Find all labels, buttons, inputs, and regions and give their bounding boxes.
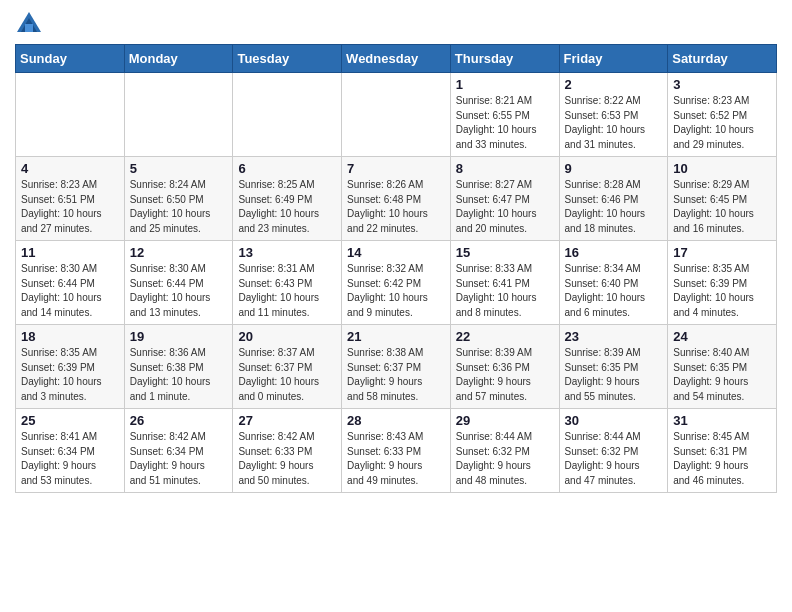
calendar-cell bbox=[342, 73, 451, 157]
day-info: Sunrise: 8:35 AM Sunset: 6:39 PM Dayligh… bbox=[21, 346, 119, 404]
calendar-cell bbox=[233, 73, 342, 157]
day-number: 10 bbox=[673, 161, 771, 176]
day-number: 13 bbox=[238, 245, 336, 260]
day-info: Sunrise: 8:28 AM Sunset: 6:46 PM Dayligh… bbox=[565, 178, 663, 236]
day-info: Sunrise: 8:36 AM Sunset: 6:38 PM Dayligh… bbox=[130, 346, 228, 404]
day-number: 26 bbox=[130, 413, 228, 428]
day-of-week-header: Saturday bbox=[668, 45, 777, 73]
day-info: Sunrise: 8:24 AM Sunset: 6:50 PM Dayligh… bbox=[130, 178, 228, 236]
day-number: 12 bbox=[130, 245, 228, 260]
day-number: 30 bbox=[565, 413, 663, 428]
calendar-cell: 1Sunrise: 8:21 AM Sunset: 6:55 PM Daylig… bbox=[450, 73, 559, 157]
day-info: Sunrise: 8:44 AM Sunset: 6:32 PM Dayligh… bbox=[456, 430, 554, 488]
calendar-cell: 27Sunrise: 8:42 AM Sunset: 6:33 PM Dayli… bbox=[233, 409, 342, 493]
day-info: Sunrise: 8:35 AM Sunset: 6:39 PM Dayligh… bbox=[673, 262, 771, 320]
day-number: 19 bbox=[130, 329, 228, 344]
calendar-cell: 9Sunrise: 8:28 AM Sunset: 6:46 PM Daylig… bbox=[559, 157, 668, 241]
calendar-cell: 10Sunrise: 8:29 AM Sunset: 6:45 PM Dayli… bbox=[668, 157, 777, 241]
calendar-cell: 23Sunrise: 8:39 AM Sunset: 6:35 PM Dayli… bbox=[559, 325, 668, 409]
day-of-week-header: Monday bbox=[124, 45, 233, 73]
day-of-week-header: Friday bbox=[559, 45, 668, 73]
day-number: 5 bbox=[130, 161, 228, 176]
day-info: Sunrise: 8:34 AM Sunset: 6:40 PM Dayligh… bbox=[565, 262, 663, 320]
day-number: 8 bbox=[456, 161, 554, 176]
day-number: 15 bbox=[456, 245, 554, 260]
day-number: 6 bbox=[238, 161, 336, 176]
calendar-cell bbox=[16, 73, 125, 157]
day-info: Sunrise: 8:23 AM Sunset: 6:51 PM Dayligh… bbox=[21, 178, 119, 236]
calendar-cell: 20Sunrise: 8:37 AM Sunset: 6:37 PM Dayli… bbox=[233, 325, 342, 409]
day-info: Sunrise: 8:22 AM Sunset: 6:53 PM Dayligh… bbox=[565, 94, 663, 152]
calendar-week-row: 4Sunrise: 8:23 AM Sunset: 6:51 PM Daylig… bbox=[16, 157, 777, 241]
calendar-cell: 15Sunrise: 8:33 AM Sunset: 6:41 PM Dayli… bbox=[450, 241, 559, 325]
day-number: 21 bbox=[347, 329, 445, 344]
day-info: Sunrise: 8:43 AM Sunset: 6:33 PM Dayligh… bbox=[347, 430, 445, 488]
day-info: Sunrise: 8:27 AM Sunset: 6:47 PM Dayligh… bbox=[456, 178, 554, 236]
day-number: 17 bbox=[673, 245, 771, 260]
calendar-table: SundayMondayTuesdayWednesdayThursdayFrid… bbox=[15, 44, 777, 493]
day-of-week-header: Tuesday bbox=[233, 45, 342, 73]
day-info: Sunrise: 8:44 AM Sunset: 6:32 PM Dayligh… bbox=[565, 430, 663, 488]
day-info: Sunrise: 8:42 AM Sunset: 6:34 PM Dayligh… bbox=[130, 430, 228, 488]
day-info: Sunrise: 8:42 AM Sunset: 6:33 PM Dayligh… bbox=[238, 430, 336, 488]
calendar-cell: 24Sunrise: 8:40 AM Sunset: 6:35 PM Dayli… bbox=[668, 325, 777, 409]
day-number: 3 bbox=[673, 77, 771, 92]
day-info: Sunrise: 8:30 AM Sunset: 6:44 PM Dayligh… bbox=[130, 262, 228, 320]
calendar-cell: 7Sunrise: 8:26 AM Sunset: 6:48 PM Daylig… bbox=[342, 157, 451, 241]
calendar-week-row: 1Sunrise: 8:21 AM Sunset: 6:55 PM Daylig… bbox=[16, 73, 777, 157]
calendar-week-row: 18Sunrise: 8:35 AM Sunset: 6:39 PM Dayli… bbox=[16, 325, 777, 409]
day-number: 24 bbox=[673, 329, 771, 344]
page: SundayMondayTuesdayWednesdayThursdayFrid… bbox=[0, 0, 792, 503]
calendar-cell: 28Sunrise: 8:43 AM Sunset: 6:33 PM Dayli… bbox=[342, 409, 451, 493]
day-of-week-header: Thursday bbox=[450, 45, 559, 73]
day-info: Sunrise: 8:39 AM Sunset: 6:35 PM Dayligh… bbox=[565, 346, 663, 404]
day-info: Sunrise: 8:40 AM Sunset: 6:35 PM Dayligh… bbox=[673, 346, 771, 404]
day-number: 11 bbox=[21, 245, 119, 260]
day-info: Sunrise: 8:32 AM Sunset: 6:42 PM Dayligh… bbox=[347, 262, 445, 320]
day-number: 18 bbox=[21, 329, 119, 344]
calendar-cell: 3Sunrise: 8:23 AM Sunset: 6:52 PM Daylig… bbox=[668, 73, 777, 157]
svg-rect-2 bbox=[25, 24, 33, 32]
day-number: 7 bbox=[347, 161, 445, 176]
day-info: Sunrise: 8:38 AM Sunset: 6:37 PM Dayligh… bbox=[347, 346, 445, 404]
calendar-cell: 22Sunrise: 8:39 AM Sunset: 6:36 PM Dayli… bbox=[450, 325, 559, 409]
calendar-cell: 6Sunrise: 8:25 AM Sunset: 6:49 PM Daylig… bbox=[233, 157, 342, 241]
calendar-cell: 19Sunrise: 8:36 AM Sunset: 6:38 PM Dayli… bbox=[124, 325, 233, 409]
day-info: Sunrise: 8:41 AM Sunset: 6:34 PM Dayligh… bbox=[21, 430, 119, 488]
calendar-cell: 13Sunrise: 8:31 AM Sunset: 6:43 PM Dayli… bbox=[233, 241, 342, 325]
calendar-cell: 30Sunrise: 8:44 AM Sunset: 6:32 PM Dayli… bbox=[559, 409, 668, 493]
day-number: 27 bbox=[238, 413, 336, 428]
day-info: Sunrise: 8:29 AM Sunset: 6:45 PM Dayligh… bbox=[673, 178, 771, 236]
calendar-cell: 18Sunrise: 8:35 AM Sunset: 6:39 PM Dayli… bbox=[16, 325, 125, 409]
calendar-cell: 17Sunrise: 8:35 AM Sunset: 6:39 PM Dayli… bbox=[668, 241, 777, 325]
calendar-cell: 2Sunrise: 8:22 AM Sunset: 6:53 PM Daylig… bbox=[559, 73, 668, 157]
calendar-cell: 21Sunrise: 8:38 AM Sunset: 6:37 PM Dayli… bbox=[342, 325, 451, 409]
day-info: Sunrise: 8:25 AM Sunset: 6:49 PM Dayligh… bbox=[238, 178, 336, 236]
calendar-week-row: 25Sunrise: 8:41 AM Sunset: 6:34 PM Dayli… bbox=[16, 409, 777, 493]
day-number: 2 bbox=[565, 77, 663, 92]
calendar-cell: 8Sunrise: 8:27 AM Sunset: 6:47 PM Daylig… bbox=[450, 157, 559, 241]
day-number: 29 bbox=[456, 413, 554, 428]
day-number: 9 bbox=[565, 161, 663, 176]
day-number: 23 bbox=[565, 329, 663, 344]
day-number: 14 bbox=[347, 245, 445, 260]
day-info: Sunrise: 8:30 AM Sunset: 6:44 PM Dayligh… bbox=[21, 262, 119, 320]
day-number: 1 bbox=[456, 77, 554, 92]
logo-area bbox=[15, 10, 47, 38]
calendar-cell: 12Sunrise: 8:30 AM Sunset: 6:44 PM Dayli… bbox=[124, 241, 233, 325]
day-info: Sunrise: 8:26 AM Sunset: 6:48 PM Dayligh… bbox=[347, 178, 445, 236]
day-number: 25 bbox=[21, 413, 119, 428]
day-info: Sunrise: 8:37 AM Sunset: 6:37 PM Dayligh… bbox=[238, 346, 336, 404]
day-of-week-header: Sunday bbox=[16, 45, 125, 73]
day-info: Sunrise: 8:31 AM Sunset: 6:43 PM Dayligh… bbox=[238, 262, 336, 320]
day-number: 20 bbox=[238, 329, 336, 344]
calendar-cell: 31Sunrise: 8:45 AM Sunset: 6:31 PM Dayli… bbox=[668, 409, 777, 493]
calendar-cell bbox=[124, 73, 233, 157]
calendar-cell: 5Sunrise: 8:24 AM Sunset: 6:50 PM Daylig… bbox=[124, 157, 233, 241]
day-info: Sunrise: 8:33 AM Sunset: 6:41 PM Dayligh… bbox=[456, 262, 554, 320]
day-info: Sunrise: 8:45 AM Sunset: 6:31 PM Dayligh… bbox=[673, 430, 771, 488]
day-number: 31 bbox=[673, 413, 771, 428]
day-info: Sunrise: 8:21 AM Sunset: 6:55 PM Dayligh… bbox=[456, 94, 554, 152]
calendar-week-row: 11Sunrise: 8:30 AM Sunset: 6:44 PM Dayli… bbox=[16, 241, 777, 325]
calendar-cell: 25Sunrise: 8:41 AM Sunset: 6:34 PM Dayli… bbox=[16, 409, 125, 493]
